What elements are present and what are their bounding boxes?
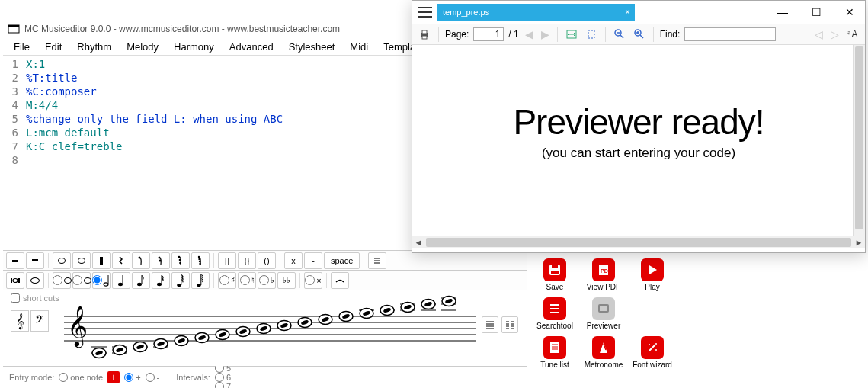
text-size-icon[interactable]: ᵃA <box>845 27 860 42</box>
shortcuts-checkbox[interactable]: short cuts <box>11 293 59 303</box>
toolbar-notes: ♯ ♮ ♭ ♭♭ × <box>3 270 527 290</box>
window-title: MC Musiceditor 9.0.0 - www.mcmusiceditor… <box>24 24 340 34</box>
minimize-button[interactable]: — <box>774 6 792 18</box>
rest-1-button[interactable] <box>53 252 71 269</box>
flat-button[interactable]: ♭ <box>258 272 276 289</box>
metronome-button[interactable]: Metronome <box>581 336 626 369</box>
staff-opt2-button[interactable] <box>501 316 518 333</box>
svg-text:PDF: PDF <box>601 268 610 274</box>
sharp-button[interactable]: ♯ <box>218 272 236 289</box>
dash-button[interactable]: - <box>304 252 322 269</box>
rest-4-button[interactable] <box>112 252 130 269</box>
rest-8-button[interactable] <box>191 252 210 269</box>
note-dur-8-button[interactable] <box>191 272 210 289</box>
page-prev-icon[interactable]: ◀ <box>524 28 535 40</box>
note-dur-6-button[interactable] <box>152 272 170 289</box>
bass-clef-button[interactable]: 𝄢 <box>30 310 49 332</box>
menu-edit[interactable]: Edit <box>39 40 68 54</box>
play-button[interactable]: Play <box>629 258 675 291</box>
double-sharp-button[interactable]: × <box>304 272 322 289</box>
fit-page-icon[interactable] <box>584 27 599 42</box>
one-note-radio[interactable]: one note <box>59 373 103 382</box>
interval-7-radio[interactable]: 7 <box>215 382 239 389</box>
menu-advanced[interactable]: Advanced <box>223 40 280 54</box>
menu-midi[interactable]: Midi <box>344 40 374 54</box>
space-button[interactable]: space <box>324 252 360 269</box>
breve-button[interactable] <box>6 272 24 289</box>
svg-point-27 <box>157 282 162 285</box>
shortcuts-check[interactable] <box>11 293 20 303</box>
note-dur-1-button[interactable] <box>53 272 71 289</box>
save-button[interactable]: Save <box>532 258 578 291</box>
menu-melody[interactable]: Melody <box>120 40 165 54</box>
action-panel: SavePDFView PDFPlaySearchtoolPreviewerTu… <box>527 255 680 372</box>
note-dur-3-button[interactable] <box>92 272 111 289</box>
menu-file[interactable]: File <box>8 40 36 54</box>
scrollbar-vertical[interactable] <box>853 45 865 236</box>
tab-close-icon[interactable]: × <box>625 7 630 18</box>
svg-rect-2 <box>12 260 18 262</box>
svg-point-19 <box>13 278 18 282</box>
tune-list-button[interactable]: Tune list <box>532 336 578 369</box>
pdf-icon: PDF <box>592 258 615 281</box>
menu-harmony[interactable]: Harmony <box>168 40 220 54</box>
menu-stylesheet[interactable]: Stylesheet <box>283 40 341 54</box>
zoom-out-icon[interactable] <box>612 27 627 42</box>
whole-note-button[interactable] <box>26 272 44 289</box>
x-button[interactable]: x <box>284 252 303 269</box>
file-tab[interactable]: temp_pre.ps × <box>437 4 635 21</box>
rest-2-button[interactable] <box>72 252 91 269</box>
scrollbar-horizontal[interactable]: ◄ ► <box>412 236 865 248</box>
fit-width-icon[interactable] <box>564 27 579 42</box>
rest-3-button[interactable] <box>92 252 111 269</box>
svg-point-25 <box>137 282 142 285</box>
menu-rhythm[interactable]: Rhythm <box>71 40 117 54</box>
page-input[interactable] <box>473 27 504 41</box>
natural-button[interactable]: ♮ <box>238 272 256 289</box>
note-dur-7-button[interactable] <box>171 272 190 289</box>
find-prev-icon[interactable]: ◁ <box>813 28 825 40</box>
app-icon <box>8 23 20 35</box>
preview-canvas[interactable]: Previewer ready! (you can start entering… <box>412 45 865 236</box>
scroll-left-icon[interactable]: ◄ <box>412 238 424 247</box>
minus-radio[interactable]: - <box>146 373 160 382</box>
previewer-toolbar: Page: / 1 ◀ ▶ Find: ◁ ▷ ᵃA <box>412 24 865 45</box>
close-button[interactable]: ✕ <box>841 6 859 18</box>
previewer-titlebar[interactable]: temp_pre.ps × — ☐ ✕ <box>412 1 865 24</box>
find-next-icon[interactable]: ▷ <box>829 28 841 40</box>
staff-display[interactable]: 𝄞 <box>64 295 476 361</box>
bracket-square-button[interactable]: [] <box>218 252 236 269</box>
svg-rect-110 <box>588 30 594 38</box>
svg-point-13 <box>199 260 200 261</box>
view-pdf-button[interactable]: PDFView PDF <box>581 258 626 291</box>
info-button[interactable]: i <box>107 371 120 383</box>
bracket-curly-button[interactable]: {} <box>238 252 256 269</box>
page-next-icon[interactable]: ▶ <box>540 28 551 40</box>
treble-clef-button[interactable]: 𝄞 <box>11 310 29 332</box>
maximize-button[interactable]: ☐ <box>807 6 825 18</box>
rest-half-button[interactable] <box>26 252 44 269</box>
rest-5-button[interactable] <box>132 252 150 269</box>
rest-whole-button[interactable] <box>6 252 24 269</box>
staff-panel: short cuts 𝄞 𝄢 𝄞 <box>3 290 527 366</box>
note-dur-5-button[interactable] <box>132 272 150 289</box>
interval-6-radio[interactable]: 6 <box>215 373 239 382</box>
list-button[interactable] <box>368 252 386 269</box>
font-wizard-button[interactable]: Font wizard <box>629 336 675 369</box>
staff-opt1-button[interactable] <box>482 316 498 333</box>
rest-7-button[interactable] <box>171 252 190 269</box>
note-dur-2-button[interactable] <box>72 272 91 289</box>
searchtool-button[interactable]: Searchtool <box>532 297 578 330</box>
zoom-in-icon[interactable] <box>632 27 647 42</box>
plus-radio[interactable]: + <box>124 373 140 382</box>
note-dur-4-button[interactable] <box>112 272 130 289</box>
print-icon[interactable] <box>417 27 432 42</box>
find-input[interactable] <box>684 27 776 41</box>
rest-6-button[interactable] <box>152 252 170 269</box>
hamburger-icon[interactable] <box>418 7 432 18</box>
previewer-button[interactable]: Previewer <box>581 297 626 330</box>
scroll-right-icon[interactable]: ► <box>853 238 865 247</box>
tie-button[interactable] <box>331 272 349 289</box>
bracket-round-button[interactable]: () <box>258 252 276 269</box>
double-flat-button[interactable]: ♭♭ <box>277 272 296 289</box>
